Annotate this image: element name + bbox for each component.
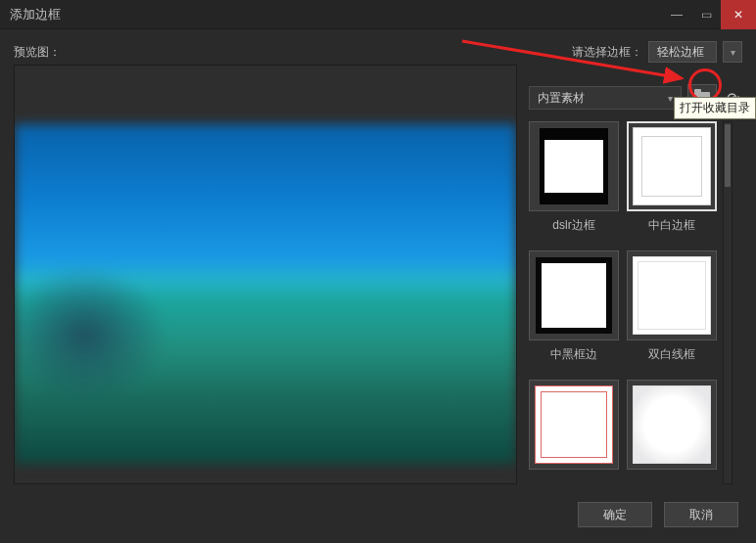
frame-select-row: 请选择边框： 轻松边框 ▾ [529,39,742,65]
frame-item[interactable]: 中黑框边 [529,250,619,372]
frame-select-arrow[interactable]: ▾ [723,41,742,63]
frame-thumb [627,380,717,470]
frame-item[interactable] [627,380,717,484]
frame-thumb [627,250,717,340]
titlebar: 添加边框 — ▭ ✕ [0,0,756,29]
frame-grid-wrap: dslr边框中白边框中黑框边双白线框 [529,121,742,484]
frame-select-value: 轻松边框 [657,44,704,61]
source-dropdown[interactable]: 内置素材 ▾ [529,86,682,110]
frame-item[interactable]: 双白线框 [627,250,717,372]
cancel-button[interactable]: 取消 [664,502,738,527]
frame-select-dropdown[interactable]: 轻松边框 [648,41,717,63]
maximize-button[interactable]: ▭ [691,0,721,29]
scrollbar[interactable] [723,121,732,484]
frame-thumb [529,380,619,470]
frame-item[interactable]: dslr边框 [529,121,619,243]
frame-thumb [529,121,619,211]
window-title: 添加边框 [10,6,61,23]
frame-grid: dslr边框中白边框中黑框边双白线框 [529,121,717,484]
frame-select-label: 请选择边框： [572,44,642,61]
minimize-button[interactable]: — [662,0,691,29]
close-button[interactable]: ✕ [721,0,756,29]
window-controls: — ▭ ✕ [662,0,756,29]
chevron-down-icon: ▾ [668,93,673,104]
source-value: 内置素材 [538,90,585,107]
preview-box [14,65,517,484]
frame-label: 中黑框边 [550,346,597,363]
frame-thumb [529,250,619,340]
frame-label: dslr边框 [552,217,594,234]
footer-buttons: 确定 取消 [578,502,738,527]
preview-image [15,124,516,464]
scroll-thumb[interactable] [725,124,731,187]
chevron-down-icon: ▾ [731,47,735,58]
frame-label: 双白线框 [648,346,695,363]
preview-panel: 预览图： [14,39,517,484]
frame-item[interactable] [529,380,619,484]
frame-item[interactable]: 中白边框 [627,121,717,243]
frame-thumb [627,121,717,211]
preview-label: 预览图： [14,39,517,65]
content: 预览图： 请选择边框： 轻松边框 ▾ 内置素材 ▾ ⟳ dsl [0,29,756,484]
frame-label: 中白边框 [648,217,695,234]
ok-button[interactable]: 确定 [578,502,652,527]
folder-tooltip: 打开收藏目录 [674,97,756,119]
